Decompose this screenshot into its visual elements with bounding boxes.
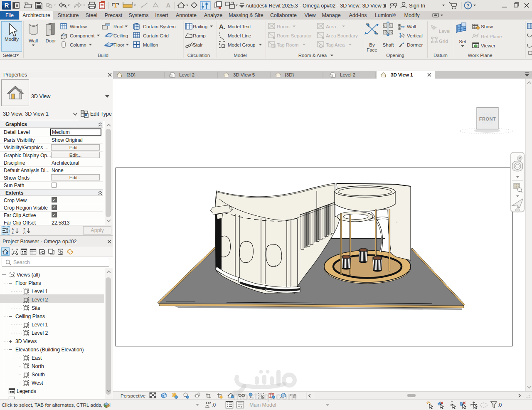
- svg-text:mostaql.com: mostaql.com: [233, 390, 297, 402]
- svg-text:Views (all): Views (all): [17, 272, 40, 278]
- svg-text:Show: Show: [481, 24, 493, 29]
- svg-text:Level 2: Level 2: [32, 330, 48, 336]
- svg-text:Curtain Grid: Curtain Grid: [143, 33, 169, 38]
- svg-text:Curtain System: Curtain System: [143, 24, 176, 29]
- svg-text:Dormer: Dormer: [407, 42, 423, 47]
- svg-text::0: :0: [212, 402, 216, 408]
- svg-text:{3D}: {3D}: [285, 72, 294, 77]
- svg-text:Level 2: Level 2: [340, 72, 355, 77]
- svg-text:A: A: [219, 23, 224, 30]
- svg-text:Face: Face: [367, 47, 377, 52]
- svg-text:Window: Window: [70, 24, 87, 29]
- svg-text:3D View 5: 3D View 5: [233, 72, 255, 77]
- svg-text:Floor Plans: Floor Plans: [15, 280, 41, 286]
- svg-text:Modify: Modify: [5, 37, 19, 42]
- svg-text:Sign In: Sign In: [409, 3, 425, 9]
- svg-text:Datum: Datum: [433, 53, 448, 58]
- svg-text:Roof: Roof: [113, 24, 124, 29]
- svg-text:Vertical: Vertical: [407, 33, 423, 38]
- svg-text:Circulation: Circulation: [187, 53, 210, 58]
- svg-text:?: ?: [466, 3, 469, 9]
- svg-text:Wall: Wall: [29, 38, 38, 43]
- svg-text:Column: Column: [70, 42, 86, 47]
- svg-text:Level 2: Level 2: [32, 297, 48, 303]
- svg-text:Model: Model: [234, 53, 246, 58]
- svg-text:{3D}: {3D}: [126, 72, 136, 77]
- svg-text:Model Line: Model Line: [228, 33, 251, 38]
- svg-text:East: East: [32, 355, 42, 361]
- svg-text:Room Separator: Room Separator: [277, 33, 312, 38]
- svg-text:North: North: [32, 363, 44, 369]
- svg-text:Site: Site: [32, 305, 40, 311]
- svg-text:Legends: Legends: [17, 388, 36, 394]
- svg-text:Z: Z: [12, 231, 14, 234]
- svg-text:Stair: Stair: [193, 42, 203, 47]
- svg-text:Railing: Railing: [193, 24, 207, 29]
- svg-text:Set: Set: [459, 39, 466, 44]
- svg-text:Room & Area: Room & Area: [298, 53, 327, 58]
- svg-text:Work Plane: Work Plane: [468, 53, 492, 58]
- svg-text:3D View 1: 3D View 1: [391, 72, 413, 77]
- svg-text:Floor: Floor: [113, 42, 124, 47]
- svg-text:Ceiling: Ceiling: [113, 33, 128, 38]
- svg-text::0: :0: [498, 402, 502, 408]
- svg-text:Elevations (Building Elevation: Elevations (Building Elevation): [15, 347, 84, 353]
- svg-text:Shaft: Shaft: [383, 42, 394, 47]
- svg-text:Autodesk Revit 2025.3 - Omega: Autodesk Revit 2025.3 - Omega op#02 - 3D…: [246, 3, 386, 9]
- svg-text:Area Boundary: Area Boundary: [326, 33, 358, 38]
- svg-text:Grid: Grid: [439, 39, 448, 44]
- svg-text:Door: Door: [46, 38, 56, 43]
- svg-text:South: South: [32, 372, 45, 378]
- svg-text:Viewer: Viewer: [481, 43, 495, 48]
- svg-text:Ramp: Ramp: [193, 33, 206, 38]
- svg-text:Click to select, TAB for alter: Click to select, TAB for alternates, CTR…: [2, 402, 111, 408]
- svg-text:West: West: [32, 380, 43, 386]
- svg-text:Ceiling Plans: Ceiling Plans: [15, 314, 45, 319]
- svg-text:Build: Build: [98, 53, 108, 58]
- svg-text:Opening: Opening: [386, 53, 404, 58]
- svg-text:Model Text: Model Text: [228, 24, 251, 29]
- svg-text:A: A: [166, 2, 171, 9]
- svg-text:Room: Room: [277, 24, 290, 29]
- svg-text:By: By: [369, 42, 375, 47]
- svg-text:Wall: Wall: [407, 24, 416, 29]
- svg-text:Tag Area: Tag Area: [326, 42, 345, 47]
- svg-text:FRONT: FRONT: [479, 116, 496, 121]
- svg-text:Model Group: Model Group: [228, 42, 255, 47]
- svg-text:Level 2: Level 2: [179, 72, 195, 77]
- svg-text:Ref Plane: Ref Plane: [481, 34, 502, 39]
- svg-text:Level: Level: [439, 29, 451, 34]
- svg-text:Level 1: Level 1: [32, 322, 48, 328]
- svg-text:Tag Room: Tag Room: [277, 42, 298, 47]
- svg-text:Level 1: Level 1: [32, 289, 48, 294]
- svg-text:A: A: [23, 231, 26, 234]
- svg-text:Area: Area: [326, 24, 336, 29]
- svg-text:3D Views: 3D Views: [15, 338, 37, 344]
- svg-text:Perspective: Perspective: [121, 393, 145, 398]
- svg-text:Mullion: Mullion: [143, 42, 158, 47]
- svg-text:R: R: [5, 2, 9, 9]
- svg-text:Select: Select: [3, 53, 17, 58]
- svg-text:Component: Component: [70, 33, 95, 38]
